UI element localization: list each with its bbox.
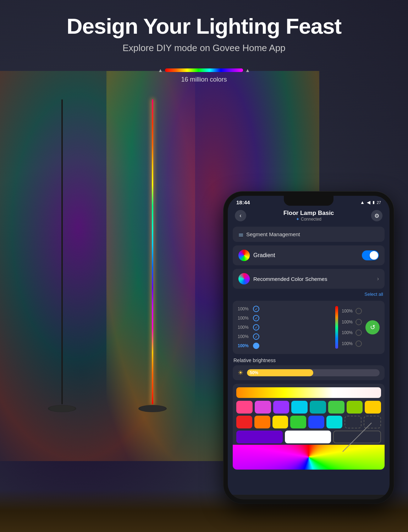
segment-item-4[interactable]: 100% — [238, 332, 332, 341]
seg-check-2[interactable] — [253, 315, 259, 321]
segments-left: 100% 100% 100% — [238, 304, 332, 350]
chevron-right-icon: › — [377, 276, 379, 282]
seg-check-right-1[interactable] — [355, 308, 362, 314]
swatch-deep-purple[interactable] — [236, 431, 283, 443]
seg-check-1[interactable] — [253, 306, 259, 312]
seg-pct-right-1: 100% — [342, 309, 353, 314]
subtitle: Explore DIY mode on Govee Home App — [0, 43, 408, 54]
lamp-base-right — [138, 405, 167, 412]
seg-right-2: 100% — [342, 319, 362, 325]
seg-pct-right-2: 100% — [342, 320, 353, 325]
color-bar-vertical — [335, 306, 338, 349]
seg-pct-4: 100% — [238, 334, 250, 339]
gradient-label: Gradient — [253, 252, 358, 259]
swatch-blue[interactable] — [308, 416, 324, 428]
seg-right-3: 100% — [342, 329, 362, 336]
seg-check-4[interactable] — [253, 333, 259, 340]
phone-notch — [284, 196, 333, 206]
seg-check-right-3[interactable] — [355, 329, 362, 336]
status-time: 18:44 — [236, 199, 250, 205]
gradient-toggle[interactable] — [362, 250, 379, 260]
gradient-icon — [238, 250, 250, 261]
color-wheel-preview[interactable] — [233, 445, 385, 470]
swatch-yellow-g[interactable] — [347, 401, 363, 414]
segment-item-3[interactable]: 100% — [238, 323, 332, 332]
segment-management-row[interactable]: ⚌ Segment Management — [233, 227, 385, 242]
seg-check-5[interactable] — [253, 343, 259, 349]
segment-item-2[interactable]: 100% — [238, 314, 332, 323]
swatch-green2[interactable] — [290, 416, 306, 428]
segment-label: Segment Management — [246, 231, 379, 237]
battery-num: 27 — [377, 200, 381, 205]
brightness-slider-row: ☀ 50% — [233, 365, 385, 380]
sun-icon: ☀ — [238, 369, 243, 377]
swatch-empty2 — [364, 416, 381, 428]
brightness-fill: 50% — [247, 369, 313, 376]
signal-icon: ◀ — [367, 200, 370, 205]
rainbow-container: ▲ ▲ 16 million colors — [158, 67, 250, 83]
brightness-track[interactable]: 50% — [247, 369, 380, 376]
arrow-left-icon: ▲ — [158, 67, 163, 73]
seg-pct-3: 100% — [238, 325, 250, 330]
swatch-purple[interactable] — [273, 401, 290, 414]
connected-status: ✦ Connected — [283, 217, 334, 222]
color-scheme-label: Recommended Color Schemes — [253, 276, 374, 282]
swatch-teal[interactable] — [310, 401, 326, 414]
swatch-none[interactable] — [333, 431, 381, 443]
swatch-yellow2[interactable] — [272, 416, 288, 428]
back-button[interactable]: ‹ — [235, 210, 246, 221]
seg-check-right-4[interactable] — [355, 340, 362, 347]
rainbow-bar-wrapper: ▲ ▲ — [158, 67, 250, 73]
app-header: ‹ Floor Lamp Basic ✦ Connected ⚙ — [228, 207, 390, 227]
seg-pct-5: 100% — [238, 343, 250, 348]
swatch-pink[interactable] — [236, 401, 253, 414]
rainbow-label: 16 million colors — [158, 76, 250, 83]
gradient-strip[interactable] — [236, 387, 381, 398]
swatch-magenta[interactable] — [255, 401, 271, 414]
brightness-section: Relative brightness ☀ 50% — [233, 358, 385, 380]
scene: Design Your Lighting Feast Explore DIY m… — [0, 0, 408, 532]
lamp-pole-right — [152, 99, 153, 404]
swatch-white[interactable] — [285, 431, 331, 443]
swatch-red[interactable] — [236, 416, 252, 428]
action-icon[interactable]: ↺ — [365, 320, 380, 334]
phone-mockup: 18:44 ▲ ◀ ▮ 27 ‹ Floor Lamp Basic ✦ — [224, 192, 394, 504]
swatches-row-1 — [236, 401, 381, 414]
segments-right: 100% 100% 100% — [342, 304, 362, 350]
settings-button[interactable]: ⚙ — [371, 210, 382, 221]
action-icon-symbol: ↺ — [370, 323, 375, 331]
swatches-row-2 — [236, 416, 381, 428]
seg-pct-2: 100% — [238, 316, 250, 321]
phone-outer: 18:44 ▲ ◀ ▮ 27 ‹ Floor Lamp Basic ✦ — [224, 192, 394, 504]
swatch-empty — [344, 416, 362, 428]
app-header-center: Floor Lamp Basic ✦ Connected — [283, 210, 334, 222]
seg-pct-right-3: 100% — [342, 330, 353, 335]
toggle-knob — [370, 251, 378, 260]
seg-check-right-2[interactable] — [355, 319, 362, 325]
floor-lamp-left — [48, 99, 76, 412]
swatch-orange[interactable] — [254, 416, 270, 428]
brightness-label: Relative brightness — [233, 358, 385, 365]
status-icons: ▲ ◀ ▮ 27 — [360, 200, 381, 205]
segment-item-1[interactable]: 100% — [238, 304, 332, 314]
segment-item-5[interactable]: 100% — [238, 341, 332, 350]
swatch-cyan2[interactable] — [326, 416, 342, 428]
select-all-button[interactable]: Select all — [364, 292, 383, 297]
lamp-pole-left — [61, 99, 63, 404]
swatch-yellow[interactable] — [365, 401, 381, 414]
battery-icon: ▮ — [373, 200, 375, 205]
lamp-base-left — [48, 405, 76, 412]
rainbow-bar — [165, 68, 243, 72]
brightness-pct: 50% — [250, 370, 258, 375]
phone-screen: 18:44 ▲ ◀ ▮ 27 ‹ Floor Lamp Basic ✦ — [228, 196, 390, 499]
swatch-green[interactable] — [328, 401, 344, 414]
swatches-row-3 — [236, 431, 381, 443]
swatch-cyan[interactable] — [291, 401, 308, 414]
seg-right-4: 100% — [342, 340, 362, 347]
color-schemes-row[interactable]: Recommended Color Schemes › — [233, 269, 385, 289]
floor-lamp-right — [138, 99, 167, 412]
main-title: Design Your Lighting Feast — [0, 14, 408, 38]
seg-check-3[interactable] — [253, 324, 259, 331]
segments-container: 100% 100% 100% — [233, 301, 385, 354]
wifi-icon: ▲ — [360, 200, 365, 205]
